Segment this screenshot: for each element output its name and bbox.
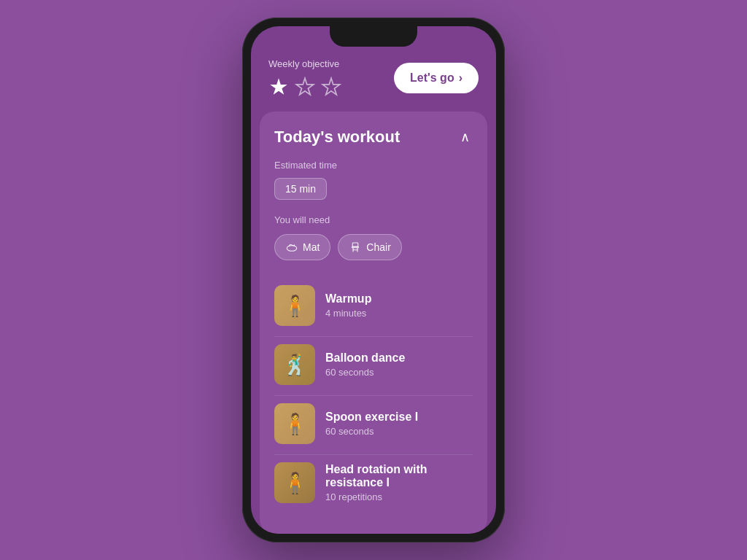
lets-go-button[interactable]: Let's go › — [394, 63, 479, 93]
you-will-need-label: You will need — [274, 214, 473, 225]
phone-screen: Weekly objective Let's go › — [251, 26, 496, 534]
lets-go-label: Let's go — [410, 71, 454, 85]
exercise-name-head-rotation: Head rotation with resistance I — [325, 463, 473, 489]
star-2-icon — [295, 77, 315, 97]
stars-row — [268, 77, 341, 97]
exercise-item-head-rotation[interactable]: 🧍 Head rotation with resistance I 10 rep… — [274, 454, 473, 510]
exercise-item-warmup[interactable]: 🧍 Warmup 4 minutes — [274, 278, 473, 333]
workout-body: Estimated time 15 min You will need Mat — [260, 160, 487, 534]
weekly-label: Weekly objective — [268, 58, 341, 69]
equipment-chip-mat[interactable]: Mat — [274, 234, 330, 260]
phone-notch — [330, 26, 417, 47]
exercise-thumb-spoon: 🧍 — [274, 403, 315, 444]
estimated-label: Estimated time — [274, 160, 473, 171]
time-badge: 15 min — [274, 178, 327, 200]
workout-header: Today's workout ∧ — [260, 112, 487, 160]
workout-card: Today's workout ∧ Estimated time 15 min … — [260, 112, 487, 534]
svg-point-0 — [287, 246, 297, 252]
svg-rect-1 — [353, 243, 359, 246]
exercise-name-warmup: Warmup — [325, 292, 473, 306]
chair-label: Chair — [366, 241, 390, 253]
person-figure-balloon: 🕺 — [282, 353, 308, 377]
exercise-info-head-rotation: Head rotation with resistance I 10 repet… — [325, 463, 473, 502]
exercise-info-balloon: Balloon dance 60 seconds — [325, 351, 473, 378]
star-3-icon — [321, 77, 341, 97]
exercise-thumb-warmup: 🧍 — [274, 285, 315, 326]
exercise-item-balloon[interactable]: 🕺 Balloon dance 60 seconds — [274, 336, 473, 392]
mat-icon — [285, 241, 298, 254]
exercise-duration-spoon: 60 seconds — [325, 426, 473, 437]
exercise-duration-warmup: 4 minutes — [325, 308, 473, 319]
exercise-thumb-balloon: 🕺 — [274, 344, 315, 385]
star-1-icon — [268, 77, 289, 97]
exercise-name-spoon: Spoon exercise I — [325, 411, 473, 424]
collapse-button[interactable]: ∧ — [457, 126, 473, 148]
exercise-duration-balloon: 60 seconds — [325, 367, 473, 378]
equipment-chip-chair[interactable]: Chair — [338, 234, 401, 260]
exercise-list: 🧍 Warmup 4 minutes 🕺 — [274, 278, 473, 510]
exercise-duration-head-rotation: 10 repetitions — [325, 491, 473, 502]
exercise-info-warmup: Warmup 4 minutes — [325, 292, 473, 319]
exercise-name-balloon: Balloon dance — [325, 351, 473, 365]
equipment-row: Mat Chair — [274, 234, 473, 260]
chair-icon — [349, 241, 362, 254]
person-figure-head-rotation: 🧍 — [282, 471, 308, 495]
exercise-thumb-head-rotation: 🧍 — [274, 462, 315, 503]
arrow-icon: › — [459, 71, 462, 85]
workout-title: Today's workout — [274, 128, 400, 147]
weekly-objective-area: Weekly objective — [268, 58, 341, 97]
person-figure-spoon: 🧍 — [282, 412, 308, 436]
exercise-info-spoon: Spoon exercise I 60 seconds — [325, 411, 473, 437]
phone-frame: Weekly objective Let's go › — [242, 18, 505, 542]
mat-label: Mat — [303, 241, 320, 253]
exercise-item-spoon[interactable]: 🧍 Spoon exercise I 60 seconds — [274, 395, 473, 451]
person-figure-warmup: 🧍 — [282, 294, 308, 318]
